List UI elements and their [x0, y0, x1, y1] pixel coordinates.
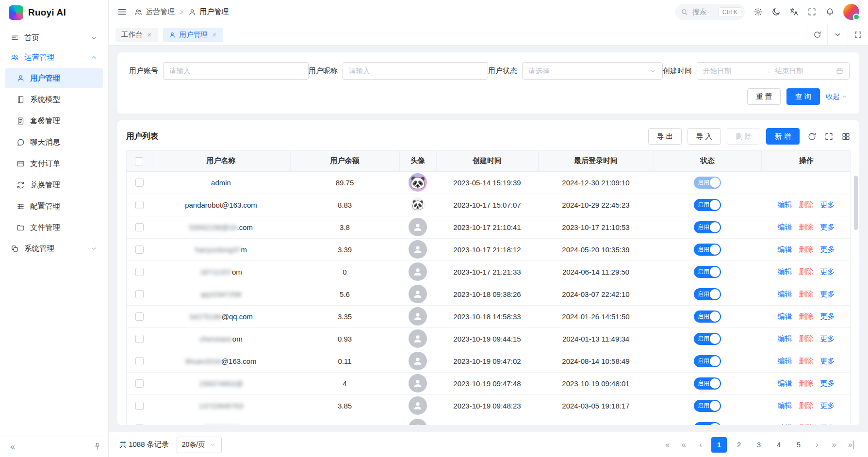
row-edit-link[interactable]: 编辑	[778, 357, 792, 365]
collapse-filter-link[interactable]: 收起	[826, 92, 848, 101]
sidebar-item-package-management[interactable]: 套餐管理	[5, 111, 103, 131]
sidebar-item-system-model[interactable]: 系统模型	[5, 89, 103, 110]
table-scrollbar[interactable]	[854, 174, 858, 421]
table-fullscreen-icon[interactable]	[824, 132, 834, 141]
row-delete-link[interactable]: 删除	[799, 200, 814, 209]
row-delete-link[interactable]: 删除	[799, 312, 814, 320]
row-checkbox[interactable]	[135, 424, 144, 425]
scrollbar-thumb[interactable]	[854, 176, 858, 230]
row-delete-link[interactable]: 删除	[799, 401, 814, 409]
close-icon[interactable]	[212, 32, 217, 38]
language-icon[interactable]	[789, 7, 799, 16]
status-toggle[interactable]: 启用	[694, 377, 721, 390]
notifications-icon[interactable]	[825, 7, 835, 16]
collapse-sidebar-button[interactable]: «	[7, 441, 18, 453]
row-edit-link[interactable]: 编辑	[778, 334, 792, 343]
row-edit-link[interactable]: 编辑	[778, 379, 792, 387]
row-more-link[interactable]: 更多	[820, 312, 835, 320]
row-checkbox[interactable]	[135, 335, 144, 343]
row-delete-link[interactable]: 删除	[799, 424, 814, 425]
row-edit-link[interactable]: 编辑	[778, 267, 792, 276]
row-edit-link[interactable]: 编辑	[778, 223, 792, 231]
status-toggle[interactable]: 启用	[694, 221, 721, 233]
settings-icon[interactable]	[753, 7, 763, 16]
page-1-button[interactable]: 1	[711, 437, 727, 453]
refresh-page-button[interactable]	[807, 24, 827, 45]
status-toggle[interactable]: 启用	[694, 177, 721, 189]
row-checkbox[interactable]	[135, 402, 144, 410]
sidebar-item-user-management[interactable]: 用户管理	[5, 68, 103, 88]
tab-options-button[interactable]	[827, 24, 848, 45]
account-input[interactable]	[163, 62, 309, 80]
page-3-button[interactable]: 3	[751, 437, 767, 453]
row-checkbox[interactable]	[135, 245, 144, 254]
row-edit-link[interactable]: 编辑	[778, 200, 792, 209]
column-settings-icon[interactable]	[841, 132, 851, 141]
jump-back-button[interactable]: «	[677, 438, 690, 452]
sidebar-item-file-management[interactable]: 文件管理	[5, 217, 103, 238]
row-more-link[interactable]: 更多	[820, 223, 835, 231]
date-range-picker[interactable]: 开始日期 → 结束日期	[697, 62, 850, 80]
next-page-button[interactable]: ›	[811, 438, 823, 452]
row-edit-link[interactable]: 编辑	[778, 290, 792, 298]
status-toggle[interactable]: 启用	[694, 310, 721, 323]
row-checkbox[interactable]	[135, 223, 144, 231]
row-edit-link[interactable]: 编辑	[778, 245, 792, 253]
row-delete-link[interactable]: 删除	[799, 357, 814, 365]
tab-user-management[interactable]: 用户管理	[163, 28, 223, 42]
row-more-link[interactable]: 更多	[820, 290, 835, 298]
row-delete-link[interactable]: 删除	[799, 267, 814, 276]
row-delete-link[interactable]: 删除	[799, 290, 814, 298]
row-edit-link[interactable]: 编辑	[778, 424, 792, 425]
sidebar-item-chat-messages[interactable]: 聊天消息	[5, 132, 103, 152]
status-toggle[interactable]: 启用	[694, 266, 721, 278]
jump-forward-button[interactable]: »	[828, 438, 840, 452]
row-more-link[interactable]: 更多	[820, 379, 835, 387]
status-toggle[interactable]: 启用	[694, 199, 721, 211]
breadcrumb-item-operations[interactable]: 运营管理	[134, 7, 175, 16]
row-checkbox[interactable]	[135, 179, 144, 187]
row-delete-link[interactable]: 删除	[799, 245, 814, 253]
last-page-button[interactable]: »	[845, 438, 857, 452]
status-select[interactable]: 请选择	[522, 62, 663, 80]
reset-button[interactable]: 重 置	[747, 88, 781, 105]
status-toggle[interactable]: 启用	[694, 400, 721, 412]
status-toggle[interactable]: 启用	[694, 288, 721, 300]
sidebar-item-operations[interactable]: 运营管理	[5, 48, 103, 67]
close-icon[interactable]	[147, 32, 152, 38]
row-more-link[interactable]: 更多	[820, 200, 835, 209]
row-checkbox[interactable]	[135, 201, 144, 209]
row-more-link[interactable]: 更多	[820, 401, 835, 409]
row-more-link[interactable]: 更多	[820, 245, 835, 253]
status-toggle[interactable]: 启用	[694, 355, 721, 367]
content-fullscreen-button[interactable]	[848, 24, 868, 45]
sidebar-item-payment-orders[interactable]: 支付订单	[5, 153, 103, 174]
prev-page-button[interactable]: ‹	[694, 438, 707, 452]
row-more-link[interactable]: 更多	[820, 267, 835, 276]
row-more-link[interactable]: 更多	[820, 357, 835, 365]
page-2-button[interactable]: 2	[731, 437, 747, 453]
export-button[interactable]: 导 出	[648, 128, 682, 145]
page-size-select[interactable]: 20条/页	[177, 437, 222, 453]
page-5-button[interactable]: 5	[791, 437, 806, 453]
global-search[interactable]: 搜索 Ctrl K	[675, 4, 745, 20]
first-page-button[interactable]: «	[660, 438, 673, 452]
dark-mode-icon[interactable]	[771, 7, 781, 16]
status-toggle[interactable]: 启用	[694, 422, 721, 425]
row-delete-link[interactable]: 删除	[799, 379, 814, 387]
import-button[interactable]: 导 入	[688, 128, 721, 145]
hamburger-menu-icon[interactable]	[117, 7, 127, 16]
fullscreen-icon[interactable]	[807, 7, 817, 16]
row-delete-link[interactable]: 删除	[799, 334, 814, 343]
brand[interactable]: Ruoyi AI	[0, 0, 108, 25]
row-edit-link[interactable]: 编辑	[778, 312, 792, 320]
search-button[interactable]: 查 询	[786, 88, 820, 105]
page-4-button[interactable]: 4	[771, 437, 786, 453]
sidebar-item-system[interactable]: 系统管理	[5, 239, 103, 258]
refresh-table-icon[interactable]	[807, 132, 817, 141]
status-toggle[interactable]: 启用	[694, 244, 721, 256]
user-avatar[interactable]	[843, 4, 859, 20]
row-checkbox[interactable]	[135, 268, 144, 276]
row-more-link[interactable]: 更多	[820, 424, 835, 425]
row-checkbox[interactable]	[135, 379, 144, 388]
